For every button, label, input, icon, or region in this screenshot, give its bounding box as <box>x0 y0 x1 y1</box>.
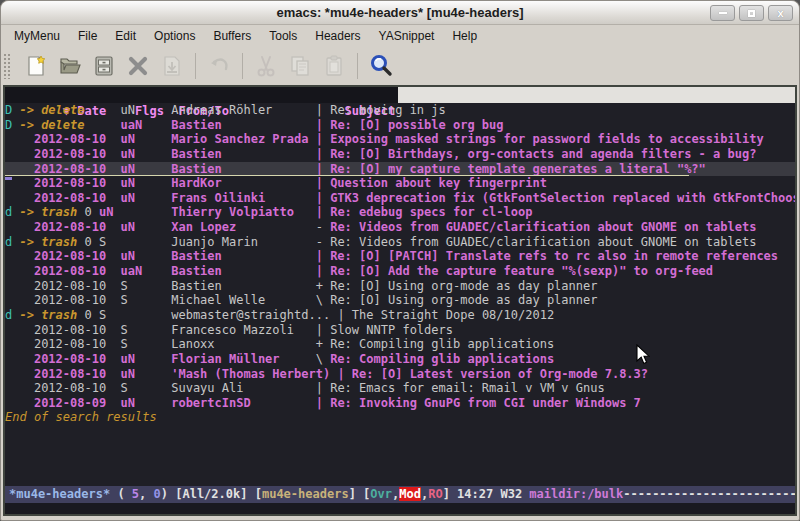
copy-button[interactable] <box>283 51 317 81</box>
minimize-icon <box>719 12 727 14</box>
toolbar-drag-handle[interactable] <box>3 53 11 79</box>
toolbar-separator <box>242 53 243 79</box>
message-row[interactable]: 2012-08-10 uaN Bastien | Re: [O] Add the… <box>5 264 795 279</box>
message-row[interactable]: 2012-08-10 S Francesco Mazzoli | Slow NN… <box>5 323 795 338</box>
window-title: emacs: *mu4e-headers* [mu4e-headers] <box>276 1 523 25</box>
message-row[interactable]: 2012-08-10 S Bastien + Re: [O] Using org… <box>5 279 795 294</box>
message-row[interactable]: 2012-08-10 S Suvayu Ali | Re: Emacs for … <box>5 381 795 396</box>
message-row[interactable]: 2012-08-10 uN Frans Oilinki | GTK3 depre… <box>5 191 795 206</box>
menu-item-edit[interactable]: Edit <box>106 27 145 45</box>
message-row[interactable]: 2012-08-10 uN HardKor | Question about k… <box>5 176 795 191</box>
menu-item-yasnippet[interactable]: YASnippet <box>370 27 444 45</box>
cut-button[interactable] <box>249 51 283 81</box>
modeline-major-mode: mu4e-headers <box>262 487 349 501</box>
modeline-dashes: ---------------------------------------- <box>623 487 795 501</box>
message-row[interactable]: 2012-08-10 uN Xan Lopez - Re: Videos fro… <box>5 220 795 235</box>
message-row[interactable]: 2012-08-10 S Michael Welle \ Re: [O] Usi… <box>5 293 795 308</box>
message-row[interactable]: 2012-08-10 S Lanoxx + Re: Compiling glib… <box>5 337 795 352</box>
save-file-button[interactable] <box>87 51 121 81</box>
undo-button[interactable] <box>202 51 236 81</box>
open-folder-icon <box>58 54 82 78</box>
modeline-size: [All/2.0k] <box>175 487 254 501</box>
tool-bar <box>1 47 799 85</box>
modeline-text: ( <box>110 487 132 501</box>
menu-item-headers[interactable]: Headers <box>306 27 369 45</box>
close-button[interactable]: x <box>768 5 793 21</box>
fringe-indicator <box>5 177 12 180</box>
menu-bar: MyMenuFileEditOptionsBuffersToolsHeaders… <box>1 25 799 47</box>
maximize-icon <box>748 10 755 17</box>
copy-icon <box>288 54 312 78</box>
menu-item-options[interactable]: Options <box>145 27 204 45</box>
modeline-maildir: maildir:/bulk <box>529 487 623 501</box>
message-list: D -> delete uN Andreas Röhler | Re: movi… <box>5 103 795 410</box>
close-icon: x <box>777 8 783 19</box>
message-row[interactable]: 2012-08-09 uN robertcInSD | Re: Invoking… <box>5 396 795 411</box>
message-row[interactable]: D -> delete uaN Bastien | Re: [O] possib… <box>5 118 795 133</box>
modeline-text: [ <box>255 487 262 501</box>
message-row[interactable]: d -> trash 0 S webmaster@straightd... | … <box>5 308 795 323</box>
menu-item-help[interactable]: Help <box>443 27 486 45</box>
save-icon <box>92 54 116 78</box>
search-button[interactable] <box>364 51 398 81</box>
message-row[interactable]: 2012-08-10 uN Bastien | Re: [O] Birthday… <box>5 147 795 162</box>
emacs-window: emacs: *mu4e-headers* [mu4e-headers] x M… <box>0 0 800 521</box>
message-row[interactable]: d -> trash 0 uN Thierry Volpiatto | Re: … <box>5 205 795 220</box>
message-row[interactable]: 2012-08-10 uN Bastien | Re: [O] my captu… <box>5 162 795 177</box>
message-row[interactable]: 2012-08-10 uN Bastien | Re: [O] [PATCH] … <box>5 249 795 264</box>
message-row[interactable]: d -> trash 0 S Juanjo Marin - Re: Videos… <box>5 235 795 250</box>
modeline-text: ] [ <box>349 487 371 501</box>
search-icon <box>368 53 394 79</box>
toolbar-separator <box>357 53 358 79</box>
cut-scissors-icon <box>254 54 278 78</box>
modeline-ovr-flag: Ovr <box>370 487 392 501</box>
message-row[interactable]: D -> delete uN Andreas Röhler | Re: movi… <box>5 103 795 118</box>
emacs-text-area: ▼ Date Flgs From/To Subject D -> delete … <box>3 85 797 516</box>
menu-item-mymenu[interactable]: MyMenu <box>5 27 69 45</box>
mouse-cursor <box>636 344 650 365</box>
mode-line[interactable]: *mu4e-headers* ( 5, 0) [All/2.0k] [mu4e-… <box>5 486 795 503</box>
close-x-icon <box>126 54 150 78</box>
message-row[interactable]: 2012-08-10 uN Mario Sanchez Prada | Expo… <box>5 132 795 147</box>
modeline-text: , <box>139 487 153 501</box>
modeline-line-number: 5 <box>132 487 139 501</box>
open-file-button[interactable] <box>53 51 87 81</box>
maximize-button[interactable] <box>739 5 764 21</box>
modeline-text: ) <box>161 487 175 501</box>
modeline-text: ] <box>443 487 457 501</box>
toolbar-separator <box>195 53 196 79</box>
header-line-gray-area <box>398 87 795 103</box>
title-bar[interactable]: emacs: *mu4e-headers* [mu4e-headers] x <box>1 1 799 25</box>
message-row[interactable]: 2012-08-10 uN Florian Müllner \ Re: Comp… <box>5 352 795 367</box>
menu-item-tools[interactable]: Tools <box>260 27 306 45</box>
message-row[interactable]: 2012-08-10 uN 'Mash (Thomas Herbert) | R… <box>5 367 795 382</box>
modeline-time: 14:27 W32 <box>457 487 529 501</box>
new-file-button[interactable] <box>19 51 53 81</box>
close-buffer-button[interactable] <box>121 51 155 81</box>
minimize-button[interactable] <box>710 5 735 21</box>
end-of-results: End of search results <box>5 410 795 425</box>
save-as-icon <box>160 54 184 78</box>
undo-icon <box>207 54 231 78</box>
modeline-column-number: 0 <box>154 487 161 501</box>
menu-item-buffers[interactable]: Buffers <box>204 27 260 45</box>
modeline-ro-flag: RO <box>428 487 442 501</box>
menu-item-file[interactable]: File <box>69 27 106 45</box>
header-line[interactable]: ▼ Date Flgs From/To Subject <box>5 87 795 103</box>
modeline-mod-flag: Mod <box>399 487 421 501</box>
paste-clipboard-icon <box>322 54 346 78</box>
minibuffer[interactable] <box>5 503 795 514</box>
modeline-buffer-name: *mu4e-headers* <box>9 487 110 501</box>
save-as-button[interactable] <box>155 51 189 81</box>
paste-button[interactable] <box>317 51 351 81</box>
new-file-icon <box>24 54 48 78</box>
